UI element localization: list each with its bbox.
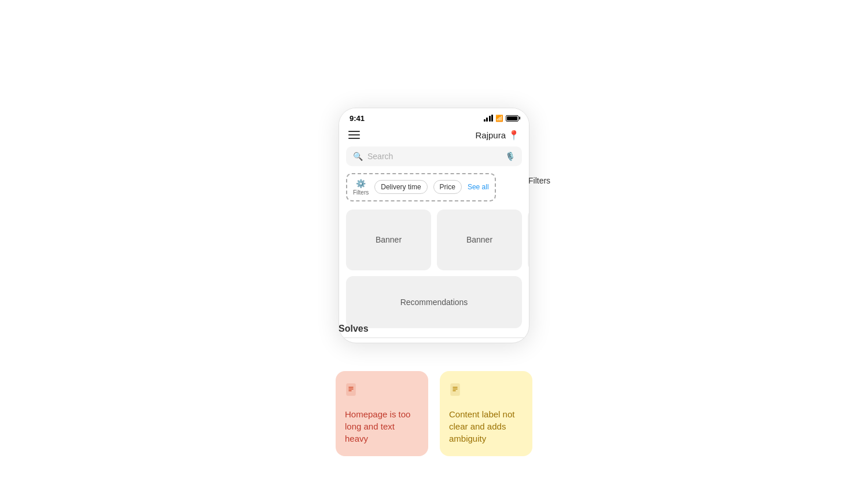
banner-label-2: Banner xyxy=(466,235,492,244)
issue-icon-red xyxy=(345,383,419,400)
issue-card-text-homepage: Homepage is too long and text heavy xyxy=(345,408,419,445)
mic-icon[interactable]: 🎙️ xyxy=(505,151,515,160)
price-chip[interactable]: Price xyxy=(433,180,462,194)
filters-text: Filters xyxy=(353,189,369,195)
filters-outside-label: Filters xyxy=(528,176,550,185)
filters-dashed-box: ⚙️ Filters Delivery time Price See all xyxy=(346,173,496,201)
banner-card-partial xyxy=(528,209,529,270)
wifi-icon: 📶 xyxy=(495,114,503,122)
banner-row: Banner Banner xyxy=(339,201,529,276)
status-bar: 9:41 📶 xyxy=(339,108,529,126)
signal-icon xyxy=(484,115,494,122)
hamburger-menu[interactable] xyxy=(348,131,360,139)
solves-label: Solves xyxy=(339,324,369,334)
see-all-link[interactable]: See all xyxy=(468,183,489,191)
hamburger-line-1 xyxy=(348,131,360,132)
svg-rect-0 xyxy=(347,384,355,395)
svg-rect-4 xyxy=(451,384,459,395)
battery-icon xyxy=(506,115,518,121)
search-icon: 🔍 xyxy=(353,151,363,160)
hamburger-line-2 xyxy=(348,134,360,135)
status-icons: 📶 xyxy=(484,114,519,122)
banner-card-2[interactable]: Banner xyxy=(437,209,522,270)
bottom-cards: Homepage is too long and text heavy Cont… xyxy=(336,371,532,456)
filters-row-wrapper: ⚙️ Filters Delivery time Price See all xyxy=(346,173,529,201)
solves-divider xyxy=(339,337,529,342)
search-bar[interactable]: 🔍 Search 🎙️ xyxy=(346,146,522,166)
issue-card-homepage: Homepage is too long and text heavy xyxy=(336,371,428,456)
app-header: Rajpura 📍 xyxy=(339,126,529,146)
issue-card-content: Content label not clear and adds ambigui… xyxy=(440,371,532,456)
status-time: 9:41 xyxy=(350,113,365,122)
delivery-time-chip[interactable]: Delivery time xyxy=(374,180,427,194)
recommendations-label: Recommendations xyxy=(400,297,468,306)
hamburger-line-3 xyxy=(348,138,360,139)
recommendations-card[interactable]: Recommendations xyxy=(346,276,522,328)
scene: 9:41 📶 Rajpura xyxy=(0,0,868,488)
phone-mockup: 9:41 📶 Rajpura xyxy=(339,107,529,343)
location-area[interactable]: Rajpura 📍 xyxy=(475,129,520,140)
filters-label-group[interactable]: ⚙️ Filters xyxy=(353,178,369,195)
issue-icon-yellow xyxy=(449,383,523,400)
pin-icon: 📍 xyxy=(508,129,520,140)
banner-label-1: Banner xyxy=(376,235,402,244)
sliders-icon: ⚙️ xyxy=(356,178,366,188)
search-placeholder: Search xyxy=(367,151,501,160)
issue-card-text-content: Content label not clear and adds ambigui… xyxy=(449,408,523,445)
location-text: Rajpura xyxy=(475,130,506,140)
banner-card-1[interactable]: Banner xyxy=(346,209,431,270)
